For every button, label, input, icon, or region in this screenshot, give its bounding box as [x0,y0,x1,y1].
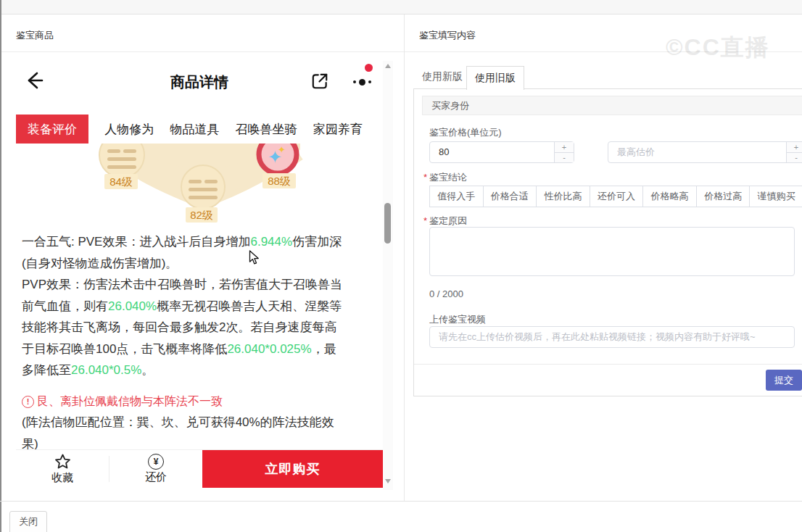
price-decrease-button[interactable]: - [555,153,574,163]
note-line-1: (阵法信物匹配位置：巽、坎、兑可获得40%的阵法技能效 [22,412,374,433]
app-window: 鉴宝商品 鉴宝填写内容 商品详情 装备评价 人物修为 物品道具 召唤兽坐骑 家园… [0,0,802,532]
yen-icon: ¥ [148,454,164,470]
conclusion-option-3[interactable]: 性价比高 [536,186,590,207]
sparkle-small-icon: ✦ [278,144,286,155]
product-tab-character[interactable]: 人物修为 [104,121,154,138]
description-line-5: 技能将其击飞离场，每回合最多触发2次。若自身速度每高 [22,317,374,338]
conclusion-option-4[interactable]: 还价可入 [590,186,644,207]
conclusion-option-5[interactable]: 价格略高 [642,186,697,207]
conclusion-required-mark: * [423,172,427,183]
product-tab-summon[interactable]: 召唤兽坐骑 [236,121,297,138]
text-segment: 一合五气: PVE效果：进入战斗后自身增加 [22,235,250,249]
warning-text: 艮、离卦位佩戴信物与本阵法不一致 [37,394,223,410]
video-placeholder: 请先在cc上传估价视频后，再在此处粘贴视频链接；视频内容有助于好评哦~ [439,327,787,347]
tab-use-new-version[interactable]: 使用新版 [419,65,466,88]
text-segment: 前气血值，则有 [22,299,108,313]
form-footer-divider [414,364,802,365]
reason-textarea[interactable] [429,227,795,276]
level-badge-82: 82级 [186,207,218,223]
highlight-value: 6.944% [250,235,292,249]
bargain-button[interactable]: ¥ 还价 [109,450,202,488]
max-price-stepper: + - [786,142,802,162]
star-icon [54,453,72,470]
product-tab-rest: 人物修为 物品道具 召唤兽坐骑 家园养育 [88,115,383,144]
product-tab-bar: 装备评价 人物修为 物品道具 召唤兽坐骑 家园养育 [16,115,383,144]
mouse-cursor-icon [249,250,260,265]
reason-required-mark: * [423,215,427,226]
conclusion-label: 鉴宝结论 [429,171,467,184]
description-line-4: 前气血值，则有26.040%概率无视召唤兽吉人天相、涅槃等 [22,296,374,317]
scroll-down-icon[interactable] [385,479,391,483]
close-button[interactable]: 关闭 [9,511,47,532]
conclusion-option-7[interactable]: 谨慎购买 [749,186,802,207]
text-segment: 伤害加深 [292,235,342,249]
scrollbar-thumb[interactable] [384,203,391,244]
price-value: 80 [439,142,449,162]
header-divider [1,51,802,52]
window-left-edge [0,0,1,532]
text-segment: 概率无视召唤兽吉人天相、涅槃等 [157,299,342,313]
conclusion-option-6[interactable]: 价格过高 [696,186,751,207]
level-badge-88: 88级 [262,173,296,188]
page-bottom-divider [0,501,802,502]
product-tab-items[interactable]: 物品道具 [170,121,219,138]
reason-label: 鉴定原因 [429,215,467,228]
scrollbar-track[interactable] [383,61,393,490]
tab-use-old-version[interactable]: 使用旧版 [466,66,524,90]
array-note: (阵法信物匹配位置：巽、坎、兑可获得40%的阵法技能效果) [22,412,374,454]
highlight-value: 26.040% [108,299,157,313]
description-line-7: 多降低至26.040*0.5%。 [22,359,374,381]
text-segment: 于目标召唤兽100点，击飞概率将降低 [22,342,227,356]
price-input[interactable]: 80 + - [429,141,574,163]
text-segment: 。 [141,363,154,377]
warning-icon: ! [22,396,34,408]
window-top-strip [0,0,802,14]
conclusion-option-1[interactable]: 值得入手 [429,186,484,207]
text-segment: 多降低至 [22,363,71,377]
skill-description: 一合五气: PVE效果：进入战斗后自身增加6.944%伤害加深(自身对怪物造成伤… [22,231,374,381]
video-link-input[interactable]: 请先在cc上传估价视频后，再在此处粘贴视频链接；视频内容有助于好评哦~ [429,326,795,348]
notification-badge [365,64,373,72]
left-section-title: 鉴宝商品 [16,29,54,42]
max-price-increase-button[interactable]: + [787,142,802,153]
right-section-title: 鉴宝填写内容 [419,29,476,42]
section-vertical-divider [404,14,405,502]
product-tab-home[interactable]: 家园养育 [313,121,363,138]
warning-line: ! 艮、离卦位佩戴信物与本阵法不一致 [22,393,374,410]
price-increase-button[interactable]: + [555,142,574,153]
text-segment: PVP效果：伤害法术击中召唤兽时，若伤害值大于召唤兽当 [22,278,342,291]
scroll-up-icon[interactable] [385,64,391,68]
text-segment: 技能将其击飞离场，每回合最多触发2次。若自身速度每高 [22,320,336,334]
max-price-decrease-button[interactable]: - [787,153,802,163]
level-badge-84: 84级 [104,174,138,189]
bargain-label: 还价 [145,470,167,484]
product-action-bar: 收藏 ¥ 还价 立即购买 [16,449,383,488]
conclusion-option-group: 值得入手价格合适性价比高还价可入价格略高价格过高谨慎购买 [429,186,802,207]
text-segment: (阵法信物匹配位置：巽、坎、兑可获得40%的阵法技能效 [22,415,334,429]
price-label: 鉴宝价格(单位元) [429,126,502,139]
highlight-value: 26.040*0.5% [71,363,141,377]
trigram-circle-82 [181,165,225,209]
text-segment: 果) [22,437,38,451]
description-line-6: 于目标召唤兽100点，击飞概率将降低26.040*0.025%，最 [22,338,374,360]
buyer-identity-bar: 买家身份 [422,96,802,115]
text-segment: ，最 [312,342,336,356]
description-line-2: (自身对怪物造成伤害增加)。 [22,253,374,275]
conclusion-option-2[interactable]: 价格合适 [483,186,537,207]
video-label: 上传鉴宝视频 [429,313,486,326]
description-line-1: 一合五气: PVE效果：进入战斗后自身增加6.944%伤害加深 [22,231,374,253]
max-price-placeholder: 最高估价 [617,142,655,162]
favorite-label: 收藏 [51,471,73,485]
highlight-value: 26.040*0.025% [227,342,311,356]
share-icon[interactable] [310,72,329,91]
max-price-input[interactable]: 最高估价 + - [608,141,802,163]
description-line-3: PVP效果：伤害法术击中召唤兽时，若伤害值大于召唤兽当 [22,274,374,296]
char-counter: 0 / 2000 [429,288,463,299]
favorite-button[interactable]: 收藏 [16,450,109,488]
cc-live-watermark: ©CC直播 [666,32,802,64]
more-options-icon[interactable] [350,75,374,88]
product-tab-equipment-active[interactable]: 装备评价 [16,115,88,144]
submit-button[interactable]: 提交 [766,370,802,391]
buy-now-button[interactable]: 立即购买 [202,450,383,488]
price-stepper: + - [554,142,574,162]
